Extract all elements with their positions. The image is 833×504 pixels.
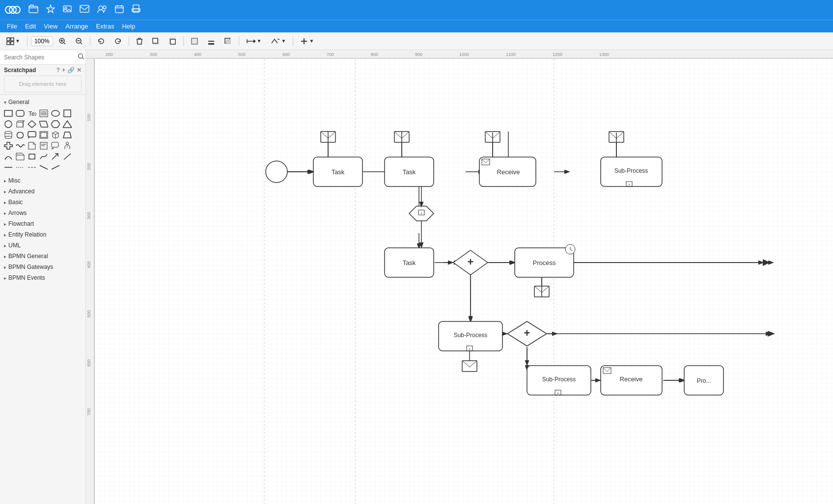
shape-hexagon[interactable] <box>50 119 61 129</box>
shape-rectangle[interactable] <box>3 108 14 118</box>
svg-marker-43 <box>28 121 36 128</box>
category-bpmn-events-header[interactable]: ▸ BPMN Events <box>0 272 85 283</box>
printer-icon[interactable] <box>132 4 140 16</box>
scratchpad-header: Scratchpad ? + 🔗 ✕ <box>4 67 82 74</box>
category-bpmn-general-header[interactable]: ▸ BPMN General <box>0 251 85 262</box>
svg-text:Receive: Receive <box>497 168 520 176</box>
category-entity-relation-header[interactable]: ▸ Entity Relation <box>0 229 85 240</box>
shape-circle[interactable] <box>3 119 14 129</box>
shape-note-lines[interactable] <box>38 108 49 118</box>
menu-arrange[interactable]: Arrange <box>61 22 92 31</box>
search-input[interactable] <box>4 54 78 61</box>
category-uml-header[interactable]: ▸ UML <box>0 240 85 251</box>
calendar-icon[interactable] <box>115 4 124 16</box>
zoom-out-button[interactable] <box>72 35 86 47</box>
diagram-canvas[interactable]: Task Task Receive Sub-Process + + <box>95 59 833 504</box>
format-dropdown[interactable]: ▼ <box>3 35 24 47</box>
shape-parallelogram[interactable] <box>38 119 49 129</box>
insert-button[interactable]: ▼ <box>297 35 317 47</box>
mail-icon[interactable] <box>80 5 89 15</box>
zoom-in-button[interactable] <box>55 35 70 47</box>
category-flowchart-header[interactable]: ▸ Flowchart <box>0 218 85 229</box>
shape-diamond[interactable] <box>27 119 37 129</box>
category-arrows-header[interactable]: ▸ Arrows <box>0 208 85 218</box>
menu-view[interactable]: View <box>40 22 61 31</box>
shape-cylinder[interactable] <box>3 130 14 140</box>
zoom-display[interactable]: 100% <box>31 36 53 46</box>
svg-point-50 <box>5 136 12 139</box>
shape-page[interactable] <box>27 141 37 151</box>
shape-square[interactable] <box>62 108 73 118</box>
shape-wave[interactable] <box>15 141 26 151</box>
waypoint-button[interactable]: ▼ <box>267 35 290 47</box>
undo-button[interactable] <box>94 35 109 47</box>
category-misc-header[interactable]: ▸ Misc <box>0 175 85 186</box>
general-arrow-icon: ▾ <box>4 100 6 105</box>
shape-square2[interactable] <box>27 152 37 161</box>
svg-rect-11 <box>133 5 139 9</box>
activity-icon[interactable] <box>46 4 55 16</box>
shape-ellipse[interactable] <box>50 108 61 118</box>
shape-doc-fold[interactable] <box>15 152 26 161</box>
menu-file[interactable]: File <box>3 22 21 31</box>
shape-line4[interactable] <box>38 162 49 172</box>
menu-extras[interactable]: Extras <box>92 22 118 31</box>
shape-cube[interactable] <box>50 130 61 140</box>
files-icon[interactable] <box>28 4 38 16</box>
search-icon[interactable] <box>78 53 84 61</box>
connection-button[interactable]: ▼ <box>243 35 265 47</box>
shape-callout[interactable] <box>50 141 61 151</box>
svg-rect-62 <box>29 154 35 159</box>
svg-text:Task: Task <box>403 168 416 176</box>
redo-button[interactable] <box>111 35 125 47</box>
scratchpad-add-icon[interactable]: + <box>62 67 65 74</box>
shape-line2[interactable] <box>15 162 26 172</box>
svg-text:1000: 1000 <box>459 52 469 57</box>
shape-person[interactable] <box>62 141 73 151</box>
shape-s-curve[interactable] <box>38 152 49 161</box>
app-logo[interactable] <box>5 5 21 15</box>
contacts-icon[interactable] <box>97 4 107 16</box>
scratchpad-close-icon[interactable]: ✕ <box>77 67 82 74</box>
svg-marker-45 <box>51 121 60 128</box>
scratchpad-link-icon[interactable]: 🔗 <box>67 67 75 74</box>
svg-rect-10 <box>115 6 123 13</box>
svg-text:+: + <box>524 327 530 339</box>
line-color-button[interactable] <box>204 35 219 47</box>
shadow-button[interactable] <box>221 35 235 47</box>
shape-triangle[interactable] <box>62 119 73 129</box>
shape-cross[interactable] <box>3 141 14 151</box>
delete-button[interactable] <box>133 35 146 47</box>
canvas-area[interactable]: 200 300 400 500 600 700 800 900 1000 110… <box>86 50 833 504</box>
category-bpmn-gateways-header[interactable]: ▸ BPMN Gateways <box>0 262 85 272</box>
sidebar: Scratchpad ? + 🔗 ✕ Drag elements here ▾ … <box>0 50 86 504</box>
advanced-arrow-icon: ▸ <box>4 189 6 194</box>
shape-arrow-diagonal[interactable] <box>62 152 73 161</box>
menu-help[interactable]: Help <box>118 22 139 31</box>
shape-line3[interactable] <box>27 162 37 172</box>
scratchpad-help-icon[interactable]: ? <box>56 67 60 74</box>
shape-line5[interactable] <box>50 162 61 172</box>
shape-page2[interactable] <box>38 141 49 151</box>
svg-point-47 <box>5 132 12 134</box>
shape-rect3d[interactable] <box>15 119 26 129</box>
shape-arrows-cycle[interactable] <box>15 130 26 140</box>
general-shapes-grid: Text <box>0 107 85 175</box>
shape-trapezoid[interactable] <box>62 130 73 140</box>
shape-text[interactable]: Text <box>27 108 37 118</box>
shape-rounded-rect[interactable] <box>15 108 26 118</box>
shape-frame[interactable] <box>38 130 49 140</box>
fill-color-button[interactable] <box>187 35 202 47</box>
menu-edit[interactable]: Edit <box>21 22 40 31</box>
shape-arc[interactable] <box>3 152 14 161</box>
to-front-button[interactable] <box>148 35 163 47</box>
shape-speech-bubble[interactable] <box>27 130 37 140</box>
photos-icon[interactable] <box>63 4 72 16</box>
to-back-button[interactable] <box>165 35 180 47</box>
shape-line1[interactable] <box>3 162 14 172</box>
svg-rect-51 <box>28 132 36 137</box>
category-general-header[interactable]: ▾ General <box>0 97 85 107</box>
category-basic-header[interactable]: ▸ Basic <box>0 197 85 208</box>
shape-arrow-right-up[interactable] <box>50 152 61 161</box>
category-advanced-header[interactable]: ▸ Advanced <box>0 186 85 197</box>
